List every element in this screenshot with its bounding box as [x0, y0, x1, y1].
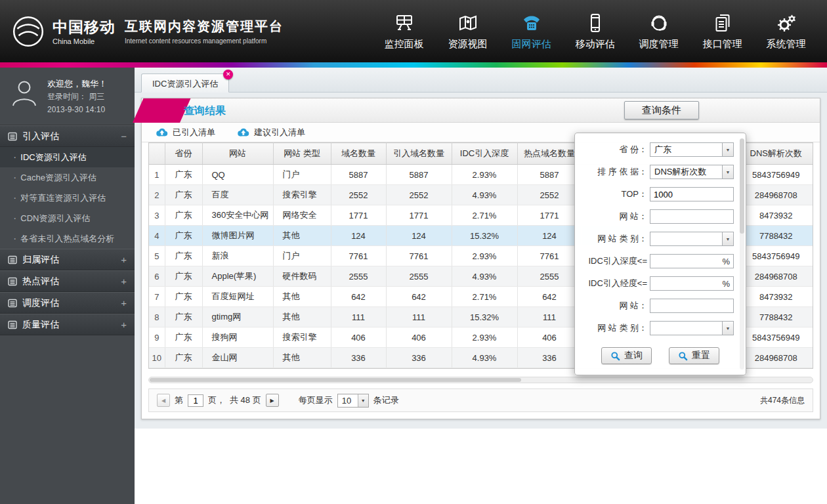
query-field-row: IDC引入经度<= % — [575, 276, 746, 291]
expand-icon: + — [121, 276, 127, 287]
search-icon — [678, 351, 688, 361]
close-icon[interactable]: ✕ — [223, 70, 233, 79]
sidebar-section-ownership-eval[interactable]: 归属评估 + — [0, 249, 135, 270]
sidebar-item-hot-domain-analysis[interactable]: · 各省未引入热点域名分析 — [0, 228, 135, 249]
reset-button[interactable]: 重置 — [669, 347, 719, 364]
bullet-icon: · — [13, 152, 16, 163]
field-label: 网 站： — [579, 300, 647, 312]
per-page-select[interactable]: 10 ▼ — [337, 394, 369, 408]
idc-depth-input-wrap: % — [650, 254, 734, 268]
query-conditions-button[interactable]: 查询条件 — [624, 101, 699, 119]
expand-icon: + — [121, 297, 127, 308]
prev-page-button[interactable]: ◀ — [157, 394, 170, 407]
bullet-icon: · — [13, 213, 16, 224]
query-field-row: 网 站： — [575, 209, 746, 224]
top-header: 中国移动 China Mobile 互联网内容资源管理平台 Internet c… — [0, 0, 827, 62]
sidebar-section-quality-eval[interactable]: 质量评估 + — [0, 314, 135, 335]
idc-depth-input[interactable] — [650, 255, 719, 268]
brand: 中国移动 China Mobile 互联网内容资源管理平台 Internet c… — [0, 14, 284, 49]
nav-item-interface-mgmt[interactable]: 接口管理 — [690, 12, 754, 51]
col-province[interactable]: 省份 — [165, 143, 202, 165]
main-nav: 监控面板 资源视图 — [372, 12, 827, 51]
website-type-select-2[interactable]: ▼ — [650, 321, 734, 335]
col-website[interactable]: 网站 — [202, 143, 273, 165]
platform-title-cn: 互联网内容资源管理平台 — [125, 18, 284, 35]
query-field-row: 网 站 类 别： ▼ — [575, 321, 746, 335]
results-panel: 查询结果 查询条件 已引入清单 — [141, 98, 820, 419]
sidebar-section-intro-eval[interactable]: 引入评估 − — [0, 125, 135, 147]
col-dns-count[interactable]: DNS解析次数 — [739, 143, 813, 165]
province-select[interactable]: 广东 ▼ — [650, 142, 734, 157]
next-page-button[interactable]: ▶ — [266, 394, 279, 407]
field-label: IDC引入经度<= — [579, 278, 647, 289]
list-icon — [8, 299, 17, 308]
query-field-row: IDC引入深度<= % — [575, 254, 746, 268]
cloud-upload-icon — [236, 127, 250, 137]
page-label-post: 页， — [208, 394, 225, 406]
section-label: 热点评估 — [22, 276, 59, 287]
sidebar-item-cdn-eval[interactable]: · CDN资源引入评估 — [0, 208, 135, 228]
panel-header: 查询结果 查询条件 — [142, 98, 820, 123]
brand-name-cn: 中国移动 — [53, 17, 116, 37]
scrollbar-thumb[interactable] — [150, 378, 521, 382]
nav-item-system-mgmt[interactable]: 系统管理 — [754, 12, 818, 51]
nav-item-resource-view[interactable]: 资源视图 — [436, 12, 499, 51]
col-domain-count[interactable]: 域名数量 — [331, 143, 386, 165]
search-icon — [610, 351, 620, 361]
horizontal-scrollbar — [148, 377, 813, 383]
avatar — [8, 77, 41, 117]
sidebar-section-hotspot-eval[interactable]: 热点评估 + — [0, 270, 135, 292]
platform-title: 互联网内容资源管理平台 Internet content resources m… — [125, 18, 284, 45]
user-info: 欢迎您，魏华！ 登录时间： 周三 2013-9-30 14:10 — [0, 68, 135, 125]
nav-item-monitor-dashboard[interactable]: 监控面板 — [372, 12, 436, 51]
total-records-label: 共474条信息 — [760, 395, 805, 406]
query-popup-buttons: 查询 重置 — [575, 347, 746, 364]
user-text: 欢迎您，魏华！ 登录时间： 周三 2013-9-30 14:10 — [47, 77, 107, 117]
platform-title-en: Internet content resources management pl… — [125, 37, 284, 45]
suggested-list-button[interactable]: 建议引入清单 — [231, 125, 310, 140]
sidebar-item-idc-eval[interactable]: · IDC资源引入评估 — [0, 147, 135, 167]
documents-icon — [711, 12, 734, 33]
website-input-2[interactable] — [650, 299, 733, 312]
magenta-ribbon — [133, 98, 190, 123]
col-website-type[interactable]: 网站 类型 — [273, 143, 331, 165]
collapse-icon: − — [121, 131, 127, 142]
page-number-input[interactable] — [188, 394, 203, 407]
dashboard-icon — [393, 12, 415, 33]
sidebar: 欢迎您，魏华！ 登录时间： 周三 2013-9-30 14:10 引入评估 − … — [0, 68, 135, 504]
top-input[interactable] — [650, 188, 733, 201]
brand-name-en: China Mobile — [53, 37, 116, 45]
list-icon — [8, 132, 17, 141]
chevron-down-icon: ▼ — [358, 394, 368, 407]
search-button[interactable]: 查询 — [601, 347, 652, 364]
sort-by-select[interactable]: DNS解析次数 ▼ — [650, 165, 734, 179]
field-label: IDC引入深度<= — [579, 255, 647, 267]
col-idc-depth[interactable]: IDC引入深度 — [452, 143, 517, 165]
imported-list-button[interactable]: 已引入清单 — [150, 125, 221, 140]
sidebar-item-peering-eval[interactable]: · 对等直连资源引入评估 — [0, 188, 135, 208]
per-page-suffix: 条记录 — [373, 394, 399, 406]
nav-item-mobile-eval[interactable]: 移动评估 — [563, 12, 627, 51]
website-type-select-1[interactable]: ▼ — [650, 232, 734, 246]
desk-phone-icon — [520, 12, 543, 33]
sidebar-menu: · IDC资源引入评估 · Cache资源引入评估 · 对等直连资源引入评估 ·… — [0, 147, 135, 249]
nav-item-dispatch-mgmt[interactable]: 调度管理 — [627, 12, 690, 51]
tab-idc-eval[interactable]: IDC资源引入评估 ✕ — [141, 74, 229, 93]
mobile-phone-icon — [584, 12, 606, 33]
col-imported-domain-count[interactable]: 引入域名数量 — [386, 143, 452, 165]
sidebar-item-cache-eval[interactable]: · Cache资源引入评估 — [0, 167, 135, 188]
col-hot-domain-count[interactable]: 热点域名数量 — [517, 143, 582, 165]
login-time-value: 2013-9-30 14:10 — [47, 104, 107, 117]
china-mobile-logo-icon — [11, 14, 46, 49]
headset-icon — [648, 12, 670, 33]
sidebar-section-dispatch-eval[interactable]: 调度评估 + — [0, 292, 135, 314]
nav-item-fixed-network-eval[interactable]: 固网评估 — [499, 12, 563, 51]
scrollbar-thumb[interactable] — [740, 138, 744, 234]
idc-breadth-input[interactable] — [650, 277, 719, 290]
expand-icon: + — [121, 319, 127, 330]
chevron-down-icon: ▼ — [722, 322, 733, 335]
field-label: 网 站 类 别： — [579, 322, 647, 334]
field-label: TOP： — [579, 188, 647, 200]
website-input-1[interactable] — [650, 210, 733, 223]
chevron-down-icon: ▼ — [722, 232, 733, 245]
